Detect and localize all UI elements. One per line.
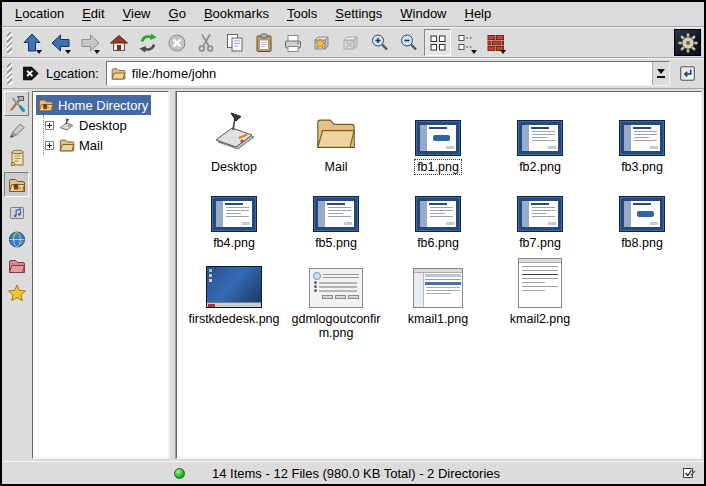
file-item-fb6.png[interactable]: fb6.png (387, 180, 489, 251)
zoom-in-button[interactable] (366, 29, 393, 56)
file-item-fb8.png[interactable]: fb8.png (591, 180, 693, 251)
file-item-fb2.png[interactable]: fb2.png (489, 104, 591, 175)
detailed-list-view-button[interactable] (482, 29, 509, 56)
dropdown-marker-icon (36, 50, 42, 54)
statusbar: 14 Items - 12 Files (980.0 KB Total) - 2… (2, 461, 704, 484)
file-label: Desktop (208, 159, 260, 175)
combo-dropdown-arrow[interactable] (652, 62, 669, 85)
remove-items-button (337, 29, 364, 56)
file-item-fb4.png[interactable]: fb4.png (183, 180, 285, 251)
network-globe-icon (7, 229, 27, 249)
clear-location-button[interactable] (17, 60, 44, 87)
menu-window[interactable]: Window (391, 2, 455, 26)
screenshot-thumbnail (619, 196, 665, 232)
file-item-desktop[interactable]: Desktop (183, 104, 285, 175)
file-item-kmail2.png[interactable]: kmail2.png (489, 256, 591, 341)
menu-bookmarks[interactable]: Bookmarks (195, 2, 278, 26)
file-label: Mail (322, 159, 351, 175)
file-item-gdmlogoutconfirm.png[interactable]: gdmlogoutconfirm.png (285, 256, 387, 341)
linked-view-checkbox-icon[interactable] (682, 466, 696, 480)
file-item-fb7.png[interactable]: fb7.png (489, 180, 591, 251)
menu-edit[interactable]: Edit (73, 2, 113, 26)
red-folder-icon (7, 256, 27, 276)
reload-button[interactable] (134, 29, 161, 56)
file-item-mail[interactable]: Mail (285, 104, 387, 175)
menu-tools[interactable]: Tools (278, 2, 326, 26)
folder-big-icon (313, 110, 359, 156)
desktop-big-icon (210, 108, 258, 156)
file-item-fb3.png[interactable]: fb3.png (591, 104, 693, 175)
tree-item-label: Home Directory (58, 98, 148, 113)
sidebar-tab-bookmarks[interactable] (4, 280, 29, 305)
menu-help[interactable]: Help (456, 2, 501, 26)
menu-location[interactable]: Location (6, 2, 73, 26)
printer-icon (282, 32, 304, 54)
folder-icon (110, 65, 127, 82)
file-icon (619, 180, 665, 232)
file-icon (415, 180, 461, 232)
tree-view-button[interactable] (453, 29, 480, 56)
file-icon-view: DesktopMailfb1.pngfb2.pngfb3.pngfb4.pngf… (176, 91, 702, 459)
sidebar-tab-network[interactable] (4, 226, 29, 251)
menu-go[interactable]: Go (160, 2, 195, 26)
paste-button[interactable] (250, 29, 277, 56)
file-label: fb6.png (414, 235, 462, 251)
kde-gear-icon[interactable] (674, 29, 701, 56)
main-toolbar (2, 27, 704, 58)
go-button[interactable] (674, 60, 701, 87)
location-label: Location: (46, 66, 99, 81)
file-icon (210, 104, 258, 156)
zoom-out-icon (398, 32, 420, 54)
sidebar-tab-root-directory[interactable] (4, 253, 29, 278)
sidebar-tab-configure[interactable] (4, 91, 29, 116)
expander-plus-icon[interactable] (45, 141, 54, 150)
panel-splitter[interactable] (169, 91, 176, 459)
sidebar-tab-pencil[interactable] (4, 118, 29, 143)
file-item-fb1.png[interactable]: fb1.png (387, 104, 489, 175)
new-items-button[interactable] (308, 29, 335, 56)
file-label: fb5.png (312, 235, 360, 251)
tools-icon (7, 94, 27, 114)
tree-item-mail[interactable]: Mail (45, 135, 167, 155)
menu-settings[interactable]: Settings (326, 2, 391, 26)
locationbar-grip[interactable] (7, 63, 12, 85)
file-icon (206, 256, 262, 308)
file-item-firstkdedesk.png[interactable]: firstkdedesk.png (183, 256, 285, 341)
file-label: kmail2.png (507, 311, 573, 327)
folder-tree-panel: Home DirectoryDesktopMail (32, 91, 169, 459)
stop-icon (166, 32, 188, 54)
location-combobox[interactable]: file:/home/john (106, 61, 670, 86)
services-icon (7, 202, 27, 222)
tree-item-home-directory[interactable]: Home Directory (36, 95, 167, 115)
file-item-fb5.png[interactable]: fb5.png (285, 180, 387, 251)
up-button[interactable] (18, 29, 45, 56)
scissors-icon (195, 32, 217, 54)
sidebar-tab-home-directory[interactable] (4, 172, 29, 197)
tree-item-desktop[interactable]: Desktop (45, 115, 167, 135)
boxes-star-icon (311, 32, 333, 54)
file-icon (309, 256, 363, 308)
screenshot-thumbnail (413, 268, 463, 308)
print-button[interactable] (279, 29, 306, 56)
file-item-kmail1.png[interactable]: kmail1.png (387, 256, 489, 341)
copy-button[interactable] (221, 29, 248, 56)
icon-view-button[interactable] (424, 29, 451, 56)
zoom-out-button[interactable] (395, 29, 422, 56)
selected-highlight: Home Directory (36, 95, 151, 115)
menu-view[interactable]: View (114, 2, 160, 26)
file-label: fb3.png (618, 159, 666, 175)
status-led-icon (174, 468, 185, 479)
screenshot-thumbnail (313, 196, 359, 232)
file-icon (211, 180, 257, 232)
sidebar-tab-history[interactable] (4, 145, 29, 170)
cut-button[interactable] (192, 29, 219, 56)
location-value[interactable]: file:/home/john (132, 66, 652, 81)
icon-view-icon (427, 32, 449, 54)
back-button[interactable] (47, 29, 74, 56)
toolbar-grip[interactable] (7, 32, 12, 54)
home-button[interactable] (105, 29, 132, 56)
expander-plus-icon[interactable] (45, 121, 54, 130)
sidebar-tab-services[interactable] (4, 199, 29, 224)
home-folder-icon (37, 96, 55, 114)
file-icon (413, 256, 463, 308)
